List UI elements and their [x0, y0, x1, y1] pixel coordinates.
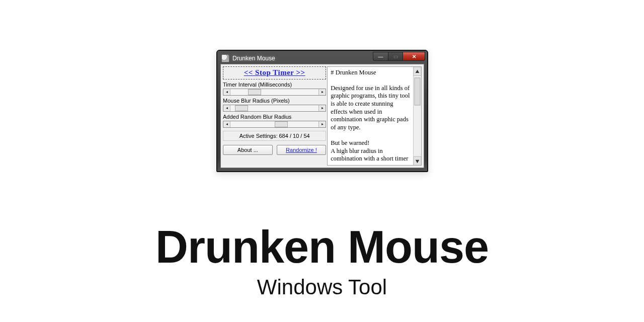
random-blur-slider[interactable]: ◂ ▸	[223, 121, 326, 128]
window-controls: — ▭ ✕	[373, 52, 425, 61]
slider-thumb[interactable]	[275, 121, 288, 127]
headline-subtitle: Windows Tool	[0, 275, 644, 299]
description-body: Designed for use in all kinds of graphic…	[331, 85, 411, 163]
button-row: About ... Randomize !	[223, 145, 326, 155]
slider-track[interactable]	[230, 121, 318, 127]
slider-thumb[interactable]	[235, 105, 248, 111]
arrow-left-icon[interactable]: ◂	[223, 105, 230, 111]
slider-track[interactable]	[230, 105, 318, 111]
app-icon	[221, 54, 229, 62]
slider-label-timer: Timer Interval (Milliseconds)	[223, 82, 326, 88]
minimize-button[interactable]: —	[373, 52, 388, 61]
description-heading: # Drunken Mouse	[331, 69, 376, 76]
headline-title: Drunken Mouse	[0, 221, 644, 273]
title-bar[interactable]: Drunken Mouse — ▭ ✕	[220, 54, 424, 64]
maximize-icon: ▭	[393, 54, 398, 59]
timer-interval-slider[interactable]: ◂ ▸	[223, 89, 326, 96]
minimize-icon: —	[378, 54, 383, 59]
close-button[interactable]: ✕	[403, 52, 425, 61]
arrow-right-icon[interactable]: ▸	[318, 89, 326, 95]
description-panel: # Drunken Mouse Designed for use in all …	[327, 66, 422, 166]
app-window: Drunken Mouse — ▭ ✕ << Stop Timer >> Tim…	[216, 50, 428, 172]
arrow-left-icon[interactable]: ◂	[223, 89, 230, 95]
slider-thumb[interactable]	[248, 89, 261, 95]
arrow-right-icon[interactable]: ▸	[318, 121, 326, 127]
randomize-button[interactable]: Randomize !	[277, 145, 327, 155]
client-area: << Stop Timer >> Timer Interval (Millise…	[220, 64, 424, 169]
slider-track[interactable]	[230, 89, 318, 95]
stop-timer-button[interactable]: << Stop Timer >>	[223, 66, 326, 79]
slider-label-blur: Mouse Blur Radius (Pixels)	[223, 98, 326, 104]
active-settings-label: Active Settings: 684 / 10 / 54	[223, 131, 326, 141]
vertical-scrollbar[interactable]	[413, 67, 421, 166]
arrow-right-icon[interactable]: ▸	[318, 105, 326, 111]
arrow-left-icon[interactable]: ◂	[223, 121, 230, 127]
blur-radius-slider[interactable]: ◂ ▸	[223, 105, 326, 112]
window-title: Drunken Mouse	[232, 55, 275, 62]
about-button[interactable]: About ...	[223, 145, 273, 155]
scrollbar-thumb[interactable]	[415, 77, 420, 105]
slider-label-random: Added Random Blur Radius	[223, 114, 326, 120]
controls-panel: << Stop Timer >> Timer Interval (Millise…	[223, 66, 326, 166]
close-icon: ✕	[412, 54, 416, 59]
maximize-button: ▭	[388, 52, 403, 61]
page-headline: Drunken Mouse Windows Tool	[0, 221, 644, 299]
description-textarea[interactable]: # Drunken Mouse Designed for use in all …	[328, 67, 413, 166]
